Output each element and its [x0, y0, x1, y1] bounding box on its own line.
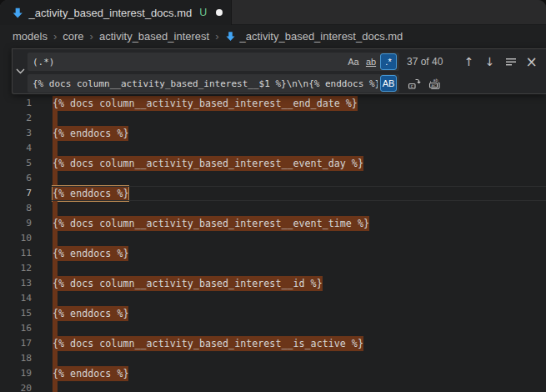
code-content: [53, 141, 58, 156]
code-line[interactable]: 19{% enddocs %}: [0, 366, 546, 381]
code-line[interactable]: 9{% docs column__activity_based_interest…: [0, 216, 546, 231]
whole-word-toggle[interactable]: ab: [363, 53, 379, 70]
code-line[interactable]: 2: [0, 111, 546, 126]
breadcrumb-item-core[interactable]: core: [63, 30, 83, 43]
whole-word-label: ab: [366, 57, 376, 67]
find-match-highlight: [53, 231, 58, 246]
line-number: 8: [0, 201, 32, 216]
code-line[interactable]: 4: [0, 141, 546, 156]
tab-bar: _activity_based_interest_docs.md U: [0, 0, 546, 25]
code-content: {% docs column__activity_based_interest_…: [53, 156, 363, 171]
find-match-highlight: {% enddocs %}: [53, 366, 128, 381]
regex-toggle[interactable]: .*: [380, 53, 397, 70]
code-line[interactable]: 12: [0, 261, 546, 276]
line-number: 18: [0, 351, 32, 366]
code-content: {% docs column__activity_based_interest_…: [53, 276, 323, 291]
code-line[interactable]: 11{% enddocs %}: [0, 246, 546, 261]
find-replace-widget: Aa ab .* 37 of 40 ↑ ↓: [12, 48, 546, 94]
find-row: Aa ab .* 37 of 40: [28, 53, 443, 71]
line-number: 20: [0, 381, 32, 392]
find-match-highlight: [53, 111, 58, 126]
find-in-selection-button[interactable]: [503, 53, 518, 71]
preserve-case-toggle[interactable]: AB: [380, 75, 397, 92]
replace-button[interactable]: c: [407, 74, 421, 93]
code-content: {% docs column__activity_based_interest_…: [53, 96, 358, 111]
code-line[interactable]: 3{% enddocs %}: [0, 126, 546, 141]
line-number: 10: [0, 231, 32, 246]
find-input-box: Aa ab .*: [28, 53, 399, 71]
line-number: 1: [0, 96, 32, 111]
code-line[interactable]: 5{% docs column__activity_based_interest…: [0, 156, 546, 171]
line-number: 4: [0, 141, 32, 156]
code-content: [53, 291, 58, 306]
replace-row: AB c ab: [28, 74, 441, 93]
line-number: 13: [0, 276, 32, 291]
find-widget-main: Aa ab .* 37 of 40 ↑ ↓: [28, 49, 546, 93]
line-number: 3: [0, 126, 32, 141]
find-match-highlight: {% docs column__activity_based_interest_…: [53, 156, 363, 171]
vscode-window: _activity_based_interest_docs.md U model…: [0, 0, 546, 392]
code-line[interactable]: 18: [0, 351, 546, 366]
chevron-right-icon: ›: [90, 30, 93, 43]
code-content: {% enddocs %}: [53, 246, 128, 261]
breadcrumb: models › core › activity_based_interest …: [0, 25, 546, 48]
breadcrumb-item-file[interactable]: _activity_based_interest_docs.md: [225, 30, 403, 43]
toggle-replace-button[interactable]: [13, 49, 28, 93]
replace-input[interactable]: [28, 74, 379, 93]
svg-text:c: c: [410, 83, 413, 88]
line-number: 12: [0, 261, 32, 276]
line-number: 15: [0, 306, 32, 321]
find-input[interactable]: [28, 53, 344, 71]
find-match-highlight: [53, 351, 58, 366]
breadcrumb-item-models[interactable]: models: [13, 30, 48, 43]
code-line[interactable]: 20: [0, 381, 546, 392]
chevron-right-icon: ›: [215, 30, 218, 43]
find-match-highlight: {% enddocs %}: [53, 126, 128, 141]
line-number: 11: [0, 246, 32, 261]
markdown-file-icon: [225, 31, 236, 42]
code-content: {% enddocs %}: [53, 186, 128, 201]
code-content: {% enddocs %}: [53, 126, 128, 141]
line-number: 2: [0, 111, 32, 126]
results-count: 37 of 40: [407, 56, 443, 68]
previous-match-button[interactable]: ↑: [462, 53, 476, 71]
find-match-highlight: [53, 201, 58, 216]
code-line[interactable]: 15{% enddocs %}: [0, 306, 546, 321]
find-match-highlight: [53, 291, 58, 306]
code-content: {% enddocs %}: [53, 366, 128, 381]
breadcrumb-item-activity-based-interest[interactable]: activity_based_interest: [99, 30, 209, 43]
find-match-highlight: [53, 171, 58, 186]
replace-actions: c ab ac: [407, 74, 441, 93]
code-line[interactable]: 7{% enddocs %}: [0, 186, 546, 201]
editor-pane[interactable]: 1{% docs column__activity_based_interest…: [0, 48, 546, 392]
replace-all-icon: ab ac: [428, 77, 441, 90]
replace-input-box: AB: [28, 74, 399, 93]
code-line[interactable]: 16: [0, 321, 546, 336]
close-find-widget-button[interactable]: ×: [524, 53, 538, 71]
code-content: [53, 231, 58, 246]
svg-text:ab: ab: [433, 78, 438, 83]
line-number: 9: [0, 216, 32, 231]
code-content: {% docs column__activity_based_interest_…: [53, 216, 369, 231]
match-case-toggle[interactable]: Aa: [345, 53, 362, 70]
find-match-highlight: [53, 261, 58, 276]
unsaved-changes-dot[interactable]: [216, 9, 223, 16]
next-match-button[interactable]: ↓: [483, 53, 497, 71]
code-line[interactable]: 17{% docs column__activity_based_interes…: [0, 336, 546, 351]
code-line[interactable]: 13{% docs column__activity_based_interes…: [0, 276, 546, 291]
chevron-down-icon: [16, 68, 25, 74]
find-actions: ↑ ↓ ×: [462, 53, 538, 71]
code-line[interactable]: 6: [0, 171, 546, 186]
code-line[interactable]: 14: [0, 291, 546, 306]
find-match-highlight: [53, 381, 58, 392]
chevron-right-icon: ›: [53, 30, 57, 43]
code-line[interactable]: 8: [0, 201, 546, 216]
code-line[interactable]: 1{% docs column__activity_based_interest…: [0, 96, 546, 111]
find-match-highlight: [53, 321, 58, 336]
code-line[interactable]: 10: [0, 231, 546, 246]
replace-all-button[interactable]: ab ac: [427, 74, 441, 93]
find-match-highlight: {% docs column__activity_based_interest_…: [53, 336, 363, 351]
tab-active-file[interactable]: _activity_based_interest_docs.md U: [0, 0, 232, 25]
find-match-highlight: {% enddocs %}: [53, 306, 128, 321]
editor-lines: 1{% docs column__activity_based_interest…: [0, 96, 546, 392]
